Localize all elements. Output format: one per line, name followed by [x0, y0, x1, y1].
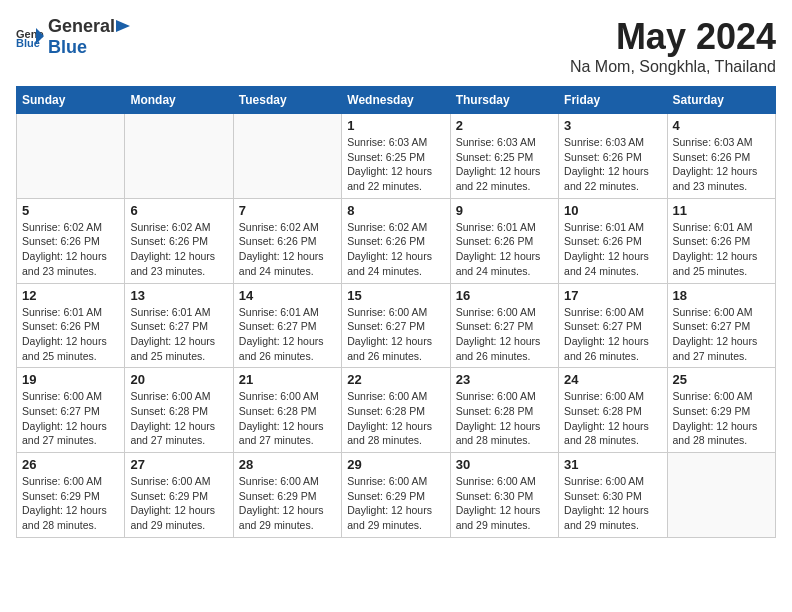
- day-info: Sunrise: 6:03 AMSunset: 6:26 PMDaylight:…: [673, 135, 770, 194]
- day-info: Sunrise: 6:00 AMSunset: 6:28 PMDaylight:…: [347, 389, 444, 448]
- day-number: 8: [347, 203, 444, 218]
- day-info: Sunrise: 6:00 AMSunset: 6:29 PMDaylight:…: [347, 474, 444, 533]
- logo-text-blue: Blue: [48, 37, 87, 57]
- day-info: Sunrise: 6:01 AMSunset: 6:26 PMDaylight:…: [673, 220, 770, 279]
- day-info: Sunrise: 6:00 AMSunset: 6:27 PMDaylight:…: [456, 305, 553, 364]
- logo-icon: General Blue: [16, 26, 44, 48]
- day-info: Sunrise: 6:00 AMSunset: 6:29 PMDaylight:…: [673, 389, 770, 448]
- page-header: General Blue General Blue May 2024 Na Mo…: [16, 16, 776, 76]
- day-info: Sunrise: 6:01 AMSunset: 6:26 PMDaylight:…: [456, 220, 553, 279]
- day-info: Sunrise: 6:00 AMSunset: 6:28 PMDaylight:…: [564, 389, 661, 448]
- day-info: Sunrise: 6:00 AMSunset: 6:27 PMDaylight:…: [673, 305, 770, 364]
- day-number: 13: [130, 288, 227, 303]
- calendar-week-row: 19Sunrise: 6:00 AMSunset: 6:27 PMDayligh…: [17, 368, 776, 453]
- day-info: Sunrise: 6:03 AMSunset: 6:26 PMDaylight:…: [564, 135, 661, 194]
- svg-marker-3: [116, 20, 130, 32]
- day-number: 7: [239, 203, 336, 218]
- day-info: Sunrise: 6:03 AMSunset: 6:25 PMDaylight:…: [456, 135, 553, 194]
- logo-arrow-icon: [116, 20, 130, 32]
- title-area: May 2024 Na Mom, Songkhla, Thailand: [570, 16, 776, 76]
- calendar-day-cell: 10Sunrise: 6:01 AMSunset: 6:26 PMDayligh…: [559, 198, 667, 283]
- day-info: Sunrise: 6:02 AMSunset: 6:26 PMDaylight:…: [130, 220, 227, 279]
- day-info: Sunrise: 6:00 AMSunset: 6:29 PMDaylight:…: [22, 474, 119, 533]
- calendar-day-cell: 4Sunrise: 6:03 AMSunset: 6:26 PMDaylight…: [667, 114, 775, 199]
- calendar-day-cell: 7Sunrise: 6:02 AMSunset: 6:26 PMDaylight…: [233, 198, 341, 283]
- day-number: 22: [347, 372, 444, 387]
- day-number: 25: [673, 372, 770, 387]
- calendar-week-row: 12Sunrise: 6:01 AMSunset: 6:26 PMDayligh…: [17, 283, 776, 368]
- page-subtitle: Na Mom, Songkhla, Thailand: [570, 58, 776, 76]
- day-info: Sunrise: 6:00 AMSunset: 6:27 PMDaylight:…: [22, 389, 119, 448]
- calendar-day-cell: 27Sunrise: 6:00 AMSunset: 6:29 PMDayligh…: [125, 453, 233, 538]
- calendar-day-cell: 14Sunrise: 6:01 AMSunset: 6:27 PMDayligh…: [233, 283, 341, 368]
- calendar-day-cell: 17Sunrise: 6:00 AMSunset: 6:27 PMDayligh…: [559, 283, 667, 368]
- calendar-day-cell: 22Sunrise: 6:00 AMSunset: 6:28 PMDayligh…: [342, 368, 450, 453]
- day-number: 27: [130, 457, 227, 472]
- day-number: 24: [564, 372, 661, 387]
- calendar-day-cell: [667, 453, 775, 538]
- day-info: Sunrise: 6:00 AMSunset: 6:28 PMDaylight:…: [130, 389, 227, 448]
- calendar-day-cell: 21Sunrise: 6:00 AMSunset: 6:28 PMDayligh…: [233, 368, 341, 453]
- day-info: Sunrise: 6:00 AMSunset: 6:27 PMDaylight:…: [347, 305, 444, 364]
- calendar-day-cell: 11Sunrise: 6:01 AMSunset: 6:26 PMDayligh…: [667, 198, 775, 283]
- day-number: 28: [239, 457, 336, 472]
- day-number: 23: [456, 372, 553, 387]
- day-info: Sunrise: 6:00 AMSunset: 6:29 PMDaylight:…: [130, 474, 227, 533]
- calendar-day-cell: 9Sunrise: 6:01 AMSunset: 6:26 PMDaylight…: [450, 198, 558, 283]
- day-number: 17: [564, 288, 661, 303]
- day-info: Sunrise: 6:01 AMSunset: 6:26 PMDaylight:…: [22, 305, 119, 364]
- calendar-day-cell: 12Sunrise: 6:01 AMSunset: 6:26 PMDayligh…: [17, 283, 125, 368]
- calendar-header: SundayMondayTuesdayWednesdayThursdayFrid…: [17, 87, 776, 114]
- day-info: Sunrise: 6:01 AMSunset: 6:26 PMDaylight:…: [564, 220, 661, 279]
- day-number: 26: [22, 457, 119, 472]
- day-info: Sunrise: 6:00 AMSunset: 6:30 PMDaylight:…: [456, 474, 553, 533]
- calendar-day-cell: 31Sunrise: 6:00 AMSunset: 6:30 PMDayligh…: [559, 453, 667, 538]
- day-number: 30: [456, 457, 553, 472]
- calendar-day-cell: 24Sunrise: 6:00 AMSunset: 6:28 PMDayligh…: [559, 368, 667, 453]
- calendar-day-header: Friday: [559, 87, 667, 114]
- day-number: 16: [456, 288, 553, 303]
- day-info: Sunrise: 6:02 AMSunset: 6:26 PMDaylight:…: [347, 220, 444, 279]
- calendar-day-cell: 8Sunrise: 6:02 AMSunset: 6:26 PMDaylight…: [342, 198, 450, 283]
- calendar-week-row: 1Sunrise: 6:03 AMSunset: 6:25 PMDaylight…: [17, 114, 776, 199]
- calendar-day-cell: [233, 114, 341, 199]
- day-number: 19: [22, 372, 119, 387]
- calendar-day-header: Wednesday: [342, 87, 450, 114]
- day-info: Sunrise: 6:02 AMSunset: 6:26 PMDaylight:…: [22, 220, 119, 279]
- calendar-day-header: Monday: [125, 87, 233, 114]
- day-number: 21: [239, 372, 336, 387]
- calendar-day-cell: [125, 114, 233, 199]
- calendar-week-row: 5Sunrise: 6:02 AMSunset: 6:26 PMDaylight…: [17, 198, 776, 283]
- calendar-day-header: Tuesday: [233, 87, 341, 114]
- calendar-day-cell: 5Sunrise: 6:02 AMSunset: 6:26 PMDaylight…: [17, 198, 125, 283]
- day-info: Sunrise: 6:02 AMSunset: 6:26 PMDaylight:…: [239, 220, 336, 279]
- day-number: 1: [347, 118, 444, 133]
- calendar-day-cell: 28Sunrise: 6:00 AMSunset: 6:29 PMDayligh…: [233, 453, 341, 538]
- day-info: Sunrise: 6:00 AMSunset: 6:29 PMDaylight:…: [239, 474, 336, 533]
- calendar-day-cell: 13Sunrise: 6:01 AMSunset: 6:27 PMDayligh…: [125, 283, 233, 368]
- day-number: 31: [564, 457, 661, 472]
- calendar-table: SundayMondayTuesdayWednesdayThursdayFrid…: [16, 86, 776, 538]
- calendar-day-cell: 16Sunrise: 6:00 AMSunset: 6:27 PMDayligh…: [450, 283, 558, 368]
- calendar-body: 1Sunrise: 6:03 AMSunset: 6:25 PMDaylight…: [17, 114, 776, 538]
- calendar-day-cell: 29Sunrise: 6:00 AMSunset: 6:29 PMDayligh…: [342, 453, 450, 538]
- calendar-day-cell: 3Sunrise: 6:03 AMSunset: 6:26 PMDaylight…: [559, 114, 667, 199]
- calendar-day-cell: 19Sunrise: 6:00 AMSunset: 6:27 PMDayligh…: [17, 368, 125, 453]
- calendar-day-cell: 6Sunrise: 6:02 AMSunset: 6:26 PMDaylight…: [125, 198, 233, 283]
- calendar-day-header: Saturday: [667, 87, 775, 114]
- day-number: 6: [130, 203, 227, 218]
- calendar-day-cell: [17, 114, 125, 199]
- calendar-day-header: Thursday: [450, 87, 558, 114]
- page-title: May 2024: [570, 16, 776, 58]
- calendar-day-cell: 1Sunrise: 6:03 AMSunset: 6:25 PMDaylight…: [342, 114, 450, 199]
- calendar-day-header: Sunday: [17, 87, 125, 114]
- logo-text-general: General: [48, 16, 115, 37]
- day-number: 29: [347, 457, 444, 472]
- day-info: Sunrise: 6:00 AMSunset: 6:30 PMDaylight:…: [564, 474, 661, 533]
- day-number: 12: [22, 288, 119, 303]
- calendar-day-cell: 15Sunrise: 6:00 AMSunset: 6:27 PMDayligh…: [342, 283, 450, 368]
- day-number: 5: [22, 203, 119, 218]
- day-info: Sunrise: 6:00 AMSunset: 6:28 PMDaylight:…: [456, 389, 553, 448]
- calendar-day-cell: 23Sunrise: 6:00 AMSunset: 6:28 PMDayligh…: [450, 368, 558, 453]
- day-number: 9: [456, 203, 553, 218]
